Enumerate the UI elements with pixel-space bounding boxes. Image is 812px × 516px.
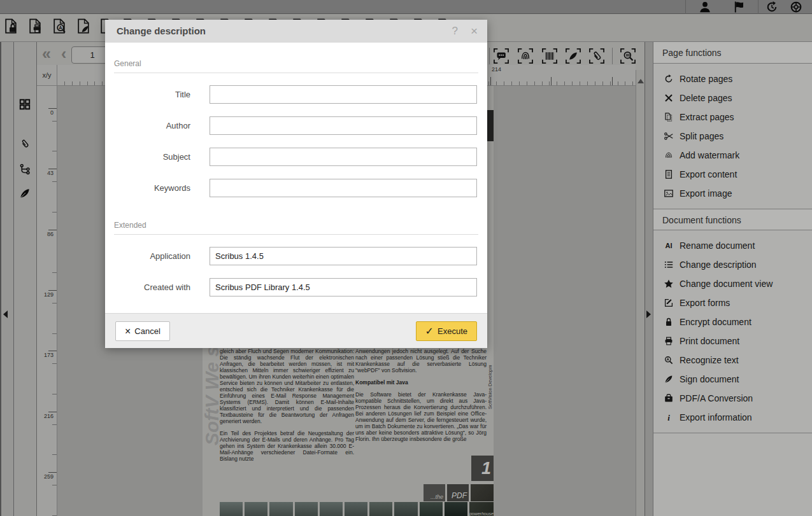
dialog-footer: × Cancel ✓ Execute <box>105 313 487 348</box>
change-description-dialog: Change description ? × General Title Aut… <box>105 20 487 348</box>
field-row: Subject <box>105 141 487 172</box>
dialog-header[interactable]: Change description ? × <box>105 20 487 43</box>
section-extended: Extended <box>114 221 478 235</box>
author-input[interactable] <box>210 116 477 135</box>
subject-input[interactable] <box>210 148 477 166</box>
close-icon[interactable]: × <box>471 20 478 43</box>
field-row: Application <box>105 241 487 272</box>
application-label: Application <box>114 251 210 261</box>
created-with-label: Created with <box>114 282 210 292</box>
subject-label: Subject <box>114 152 210 162</box>
cancel-label: Cancel <box>134 326 160 336</box>
cancel-x-icon: × <box>125 326 131 337</box>
dialog-title: Change description <box>117 20 206 43</box>
webpdf-app: A <box>0 0 812 516</box>
title-input[interactable] <box>210 85 477 104</box>
title-label: Title <box>114 90 210 99</box>
field-row: Keywords <box>105 172 487 204</box>
author-label: Author <box>114 121 210 130</box>
created-with-input[interactable] <box>210 278 477 296</box>
execute-label: Execute <box>438 326 467 336</box>
section-general: General <box>114 59 478 73</box>
execute-button[interactable]: ✓ Execute <box>416 321 477 341</box>
cancel-button[interactable]: × Cancel <box>115 321 170 341</box>
field-row: Created with <box>105 272 487 303</box>
help-icon[interactable]: ? <box>452 20 458 43</box>
keywords-label: Keywords <box>114 183 210 193</box>
execute-check-icon: ✓ <box>425 325 434 337</box>
keywords-input[interactable] <box>210 179 477 197</box>
application-input[interactable] <box>210 247 477 265</box>
field-row: Author <box>105 110 487 141</box>
field-row: Title <box>105 79 487 110</box>
